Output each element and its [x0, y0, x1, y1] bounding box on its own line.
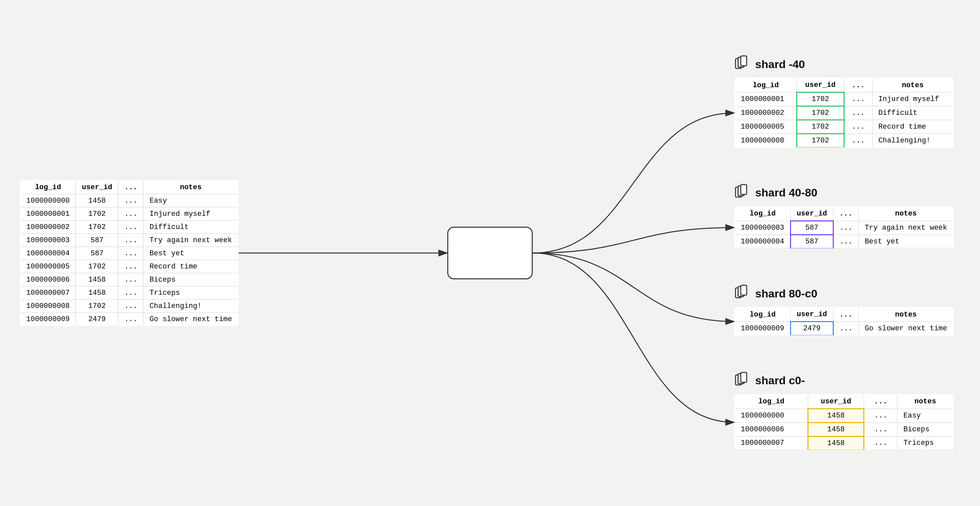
shard-col-user_id: user_id — [791, 307, 833, 322]
cell-notes: Biceps — [144, 273, 238, 286]
shard-row: 10000000081702...Challenging! — [735, 134, 953, 148]
cell-log-id: 1000000009 — [20, 313, 76, 326]
col-log-id: log_id — [20, 180, 76, 195]
shard-title-shard-c0: shard c0- — [755, 374, 805, 387]
shard-row: 1000000003587...Try again next week — [735, 221, 953, 235]
arrow-to-shard — [533, 253, 734, 423]
shard-cell-dots: ... — [833, 322, 859, 335]
shard-col-user_id: user_id — [797, 78, 844, 93]
shard-cell-notes: Biceps — [897, 423, 954, 436]
cell-log-id: 1000000002 — [20, 220, 76, 234]
cell-notes: Triceps — [144, 286, 238, 299]
shard-cell-dots: ... — [833, 221, 859, 235]
arrow-to-shard — [533, 228, 734, 253]
shard-cell-notes: Injured myself — [872, 93, 953, 106]
cell-log-id: 1000000007 — [20, 286, 76, 299]
shard-col-log_id: log_id — [735, 394, 808, 409]
cell-log-id: 1000000003 — [20, 234, 76, 247]
shard-block-shard-40-80: shard 40-80log_iduser_id...notes10000000… — [734, 184, 954, 249]
shard-col-log_id: log_id — [735, 78, 797, 93]
cell-log-id: 1000000008 — [20, 299, 76, 313]
shard-col-log_id: log_id — [735, 307, 791, 322]
table-row: 10000000021702...Difficult — [20, 220, 238, 234]
shard-col-...: ... — [844, 78, 872, 93]
cell-log-id: 1000000006 — [20, 273, 76, 286]
svg-rect-11 — [741, 285, 747, 295]
shard-col-notes: notes — [859, 307, 953, 322]
cell-notes: Difficult — [144, 220, 238, 234]
cell-user-id: 1458 — [76, 286, 118, 299]
shard-cell-dots: ... — [844, 93, 872, 106]
shard-cell-log-id: 1000000004 — [735, 235, 791, 248]
cell-notes: Record time — [144, 260, 238, 273]
shard-cell-log-id: 1000000005 — [735, 120, 797, 134]
cell-notes: Injured myself — [144, 207, 238, 220]
shard-block-shard-40: shard -40log_iduser_id...notes1000000001… — [734, 55, 954, 148]
shard-cell-log-id: 1000000006 — [735, 423, 808, 436]
shard-row: 1000000004587...Best yet — [735, 235, 953, 248]
arrow-to-shard — [533, 253, 734, 321]
shard-row: 10000000001458...Easy — [735, 409, 953, 423]
source-table: log_id user_id ... notes 10000000001458.… — [20, 180, 239, 326]
cell-user-id: 1702 — [76, 220, 118, 234]
cell-notes: Try again next week — [144, 234, 238, 247]
shard-col-...: ... — [833, 207, 859, 221]
cell-dots: ... — [118, 194, 144, 207]
col-dots: ... — [118, 180, 144, 195]
cell-user-id: 1702 — [76, 207, 118, 220]
source-table-section: log_id user_id ... notes 10000000001458.… — [20, 180, 239, 326]
cell-user-id: 587 — [76, 247, 118, 260]
cell-dots: ... — [118, 207, 144, 220]
shard-col-user_id: user_id — [808, 394, 864, 409]
cell-dots: ... — [118, 286, 144, 299]
shard-row: 10000000092479...Go slower next time — [735, 322, 953, 335]
cell-dots: ... — [118, 260, 144, 273]
cell-dots: ... — [118, 313, 144, 326]
shard-table-shard-40-80: log_iduser_id...notes1000000003587...Try… — [734, 206, 954, 249]
shard-cell-user-id: 2479 — [791, 322, 833, 335]
cell-user-id: 1458 — [76, 194, 118, 207]
shard-cell-notes: Record time — [872, 120, 953, 134]
main-container: log_id user_id ... notes 10000000001458.… — [0, 0, 980, 506]
arrow-to-shard — [533, 113, 734, 253]
shard-cell-log-id: 1000000003 — [735, 221, 791, 235]
shards-section: shard -40log_iduser_id...notes1000000001… — [734, 0, 954, 506]
shard-block-shard-80-c0: shard 80-c0log_iduser_id...notes10000000… — [734, 284, 954, 336]
shard-row: 10000000021702...Difficult — [735, 106, 953, 120]
shard-cell-dots: ... — [844, 106, 872, 120]
shard-table-shard-80-c0: log_iduser_id...notes10000000092479...Go… — [734, 307, 954, 336]
shard-row: 10000000051702...Record time — [735, 120, 953, 134]
shard-header-shard-40: shard -40 — [734, 55, 954, 73]
table-row: 10000000001458...Easy — [20, 194, 238, 207]
shard-col-...: ... — [864, 394, 897, 409]
svg-rect-7 — [741, 185, 747, 195]
cell-log-id: 1000000005 — [20, 260, 76, 273]
shard-cell-dots: ... — [864, 423, 897, 436]
shard-col-notes: notes — [872, 78, 953, 93]
shard-cell-user-id: 1702 — [797, 106, 844, 120]
table-row: 1000000003587...Try again next week — [20, 234, 238, 247]
shard-title-shard-40: shard -40 — [755, 58, 805, 71]
table-row: 10000000092479...Go slower next time — [20, 313, 238, 326]
shard-cell-user-id: 587 — [791, 235, 833, 248]
shard-cell-user-id: 587 — [791, 221, 833, 235]
table-row: 10000000011702...Injured myself — [20, 207, 238, 220]
cell-user-id: 1458 — [76, 273, 118, 286]
shard-col-notes: notes — [897, 394, 954, 409]
shard-cell-user-id: 1458 — [808, 423, 864, 436]
shard-col-user_id: user_id — [791, 207, 833, 221]
cell-log-id: 1000000000 — [20, 194, 76, 207]
shard-cell-notes: Difficult — [872, 106, 953, 120]
table-row: 1000000004587...Best yet — [20, 247, 238, 260]
shard-cell-dots: ... — [844, 120, 872, 134]
shard-cell-notes: Best yet — [859, 235, 953, 248]
cell-user-id: 587 — [76, 234, 118, 247]
shard-cell-dots: ... — [844, 134, 872, 148]
shard-row: 10000000011702...Injured myself — [735, 93, 953, 106]
col-notes: notes — [144, 180, 238, 195]
table-row: 10000000061458...Biceps — [20, 273, 238, 286]
shard-cell-log-id: 1000000001 — [735, 93, 797, 106]
shard-cell-dots: ... — [833, 235, 859, 248]
shard-table-shard-40: log_iduser_id...notes10000000011702...In… — [734, 78, 954, 148]
cell-notes: Challenging! — [144, 299, 238, 313]
